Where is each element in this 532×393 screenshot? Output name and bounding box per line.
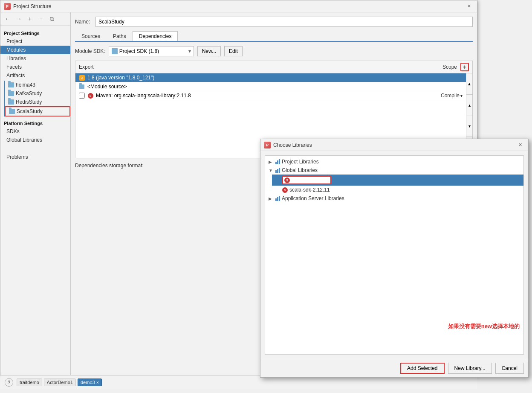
expand-icon: ▼ (269, 168, 274, 173)
platform-settings-header: Platform Settings (0, 117, 70, 127)
global-libraries-label: Global Libraries (282, 167, 520, 173)
sidebar-item-global-libraries[interactable]: Global Libraries (0, 136, 70, 144)
dialog-title: Choose Libraries (273, 142, 513, 148)
jdk-icon: J (79, 75, 85, 81)
project-settings-header: Project Settings (0, 28, 70, 37)
tab-dependencies[interactable]: Dependencies (133, 31, 178, 41)
sidebar-item-facets[interactable]: Facets (0, 63, 70, 71)
help-btn[interactable]: ? (5, 378, 13, 387)
dialog-footer: Add Selected New Library... Cancel (260, 359, 528, 377)
project-libraries-label: Project Libraries (282, 159, 520, 165)
scala-sdk-21211-label: scala-sdk-2.12.11 (289, 187, 520, 193)
scope-dropdown[interactable]: Compile ▾ (441, 93, 463, 99)
name-input[interactable] (95, 17, 473, 27)
sidebar-item-modules[interactable]: Modules (0, 46, 70, 54)
sidebar-item-sdks[interactable]: SDKs (0, 127, 70, 136)
left-panel: ← → + − ⧉ Project Settings Project Modul… (0, 12, 71, 375)
sdk-folder-icon (112, 48, 118, 54)
tree-item-scala-sdk-21211[interactable]: S scala-sdk-2.12.11 (272, 186, 523, 194)
dep-checkbox[interactable] (79, 93, 85, 99)
tree-item-app-server-libraries[interactable]: ▶ Application Server Libraries (265, 194, 523, 203)
deps-header: Export Scope + (75, 61, 473, 73)
scroll-up2-btn[interactable]: ▴ (466, 95, 472, 116)
expand-icon: ▶ (269, 160, 274, 164)
bottom-module-list: traitdemo ActorDemo1 demo3 × (17, 378, 473, 386)
tree-item-global-libraries[interactable]: ▼ Global Libraries (265, 166, 523, 175)
sdk-new-btn[interactable]: New... (197, 46, 221, 56)
new-library-btn[interactable]: New Library... (448, 363, 492, 374)
copy-btn[interactable]: ⧉ (47, 14, 57, 23)
tree-item-scala-sdk-2118[interactable]: S scala-sdk-2.11.8 (272, 175, 523, 186)
folder-icon (8, 82, 14, 87)
dialog-close-btn[interactable]: ✕ (516, 141, 525, 148)
sdk-edit-btn[interactable]: Edit (224, 46, 243, 56)
sidebar-item-project[interactable]: Project (0, 37, 70, 46)
dialog-app-icon: P (264, 142, 271, 148)
tab-paths[interactable]: Paths (107, 31, 133, 41)
scala-icon: S (284, 178, 290, 183)
module-item-scalastudy[interactable]: ScalaStudy (5, 106, 70, 116)
window-close-btn[interactable]: ✕ (465, 3, 474, 10)
module-item-label: ScalaStudy (17, 108, 43, 114)
scala-icon: S (282, 187, 288, 193)
module-item-redisstudy[interactable]: RedisStudy (5, 98, 70, 106)
scroll-down2-btn[interactable]: ▾ (466, 116, 472, 137)
module-item-label: RedisStudy (16, 99, 42, 105)
name-label: Name: (75, 19, 92, 25)
maven-icon: S (87, 93, 93, 99)
cancel-btn[interactable]: Cancel (495, 363, 524, 374)
deps-export-header: Export (79, 64, 442, 70)
choose-libraries-dialog: P Choose Libraries ✕ ▶ Project Libraries (260, 139, 529, 378)
bottom-module-traitdemo[interactable]: traitdemo (17, 378, 42, 386)
tabs-row: Sources Paths Dependencies (75, 31, 473, 42)
scope-value: Compile (441, 93, 460, 99)
sdk-dropdown-arrow: ▾ (188, 48, 191, 54)
window-title: Project Structure (13, 3, 462, 9)
toolbar-row: ← → + − ⧉ (0, 12, 70, 26)
libraries-icon (275, 168, 280, 173)
annotation-text: 如果没有需要new选择本地的 (448, 323, 520, 330)
folder-icon (8, 99, 14, 105)
sidebar-item-libraries[interactable]: Libraries (0, 54, 70, 63)
sdk-label: Module SDK: (75, 48, 105, 54)
app-server-libraries-label: Application Server Libraries (282, 195, 520, 201)
scope-arrow: ▾ (460, 93, 463, 98)
add-btn[interactable]: + (25, 14, 35, 23)
expand-icon: ▶ (269, 196, 274, 201)
sdk-value: Project SDK (1.8) (119, 48, 159, 54)
bottom-module-actordemo1[interactable]: ActorDemo1 (44, 378, 76, 386)
add-selected-btn[interactable]: Add Selected (400, 363, 444, 374)
dialog-title-bar: P Choose Libraries ✕ (260, 139, 528, 151)
module-item-kafkastudy[interactable]: KafkaStudy (5, 89, 70, 98)
sidebar-item-problems[interactable]: Problems (0, 153, 70, 161)
left-nav: Project Settings Project Modules Librari… (0, 26, 70, 375)
libraries-icon (275, 159, 280, 164)
sdk-select-dropdown[interactable]: Project SDK (1.8) ▾ (109, 46, 194, 56)
bottom-module-demo3[interactable]: demo3 × (78, 378, 102, 386)
scala-sdk-2118-label: scala-sdk-2.11.8 (292, 177, 329, 183)
sidebar-item-artifacts[interactable]: Artifacts (0, 71, 70, 80)
back-btn[interactable]: ← (3, 14, 12, 23)
module-item-label: KafkaStudy (16, 90, 42, 96)
folder-icon (8, 91, 14, 96)
name-row: Name: (75, 17, 473, 27)
forward-btn[interactable]: → (14, 14, 23, 23)
storage-label: Dependencies storage format: (75, 163, 144, 169)
scroll-up-btn[interactable]: ▲ (466, 73, 472, 95)
deps-add-btn[interactable]: + (460, 63, 469, 71)
deps-scope-header: Scope (442, 64, 457, 70)
table-row[interactable]: J 1.8 (java version "1.8.0_121") (75, 73, 466, 82)
source-icon (79, 84, 85, 90)
module-item-label: heima43 (16, 82, 35, 88)
app-icon: P (4, 3, 11, 10)
remove-btn[interactable]: − (36, 14, 46, 23)
libraries-icon (275, 196, 280, 201)
tab-sources[interactable]: Sources (75, 31, 107, 41)
tree-item-project-libraries[interactable]: ▶ Project Libraries (265, 157, 523, 166)
folder-icon (9, 109, 15, 114)
table-row[interactable]: <Module source> (75, 82, 466, 91)
module-item-heima43[interactable]: heima43 (5, 81, 70, 89)
sdk-row: Module SDK: Project SDK (1.8) ▾ New... E… (75, 46, 473, 56)
table-row[interactable]: S Maven: org.scala-lang:scala-library:2.… (75, 91, 466, 100)
title-bar: P Project Structure ✕ (0, 0, 477, 12)
